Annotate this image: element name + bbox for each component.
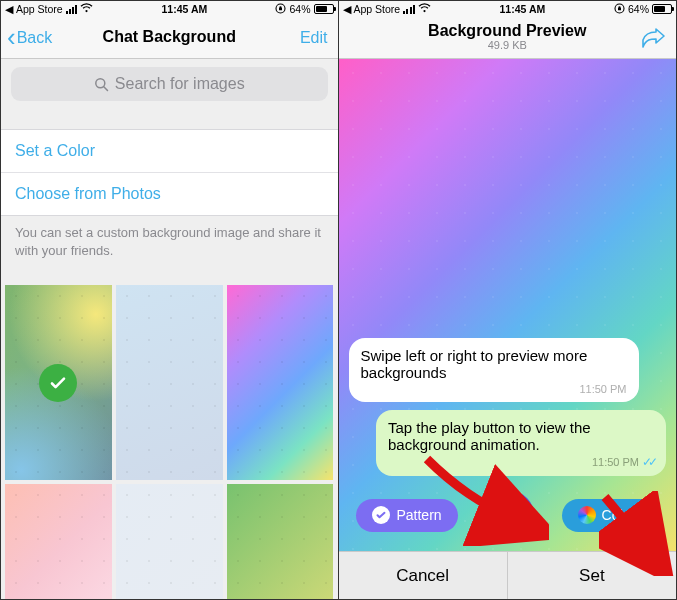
status-time: 11:45 AM bbox=[500, 3, 546, 15]
screen-chat-background: ◀ App Store 11:45 AM 64% ‹ Back Chat Bac… bbox=[0, 0, 339, 600]
checkmark-icon bbox=[39, 364, 77, 402]
row-choose-photos[interactable]: Choose from Photos bbox=[1, 173, 338, 215]
search-placeholder: Search for images bbox=[115, 75, 245, 93]
orientation-lock-icon bbox=[275, 3, 286, 16]
page-title: Chat Background bbox=[103, 29, 236, 46]
message-outgoing: Tap the play button to view the backgrou… bbox=[376, 410, 666, 476]
search-input[interactable]: Search for images bbox=[11, 67, 328, 101]
bg-thumb[interactable] bbox=[116, 484, 223, 600]
status-bar: ◀ App Store 11:45 AM 64% bbox=[339, 1, 677, 17]
bg-thumb[interactable] bbox=[227, 285, 334, 480]
edit-button[interactable]: Edit bbox=[300, 29, 328, 47]
hint-text: You can set a custom background image an… bbox=[1, 216, 338, 259]
message-text: Tap the play button to view the backgrou… bbox=[388, 419, 654, 453]
share-button[interactable] bbox=[640, 28, 666, 48]
page-title: Background Preview bbox=[428, 23, 586, 40]
colors-button[interactable]: Colors bbox=[562, 499, 658, 532]
play-icon bbox=[500, 505, 520, 525]
status-bar: ◀ App Store 11:45 AM 64% bbox=[1, 1, 338, 17]
bottom-bar: Cancel Set bbox=[339, 551, 677, 599]
bg-thumb[interactable] bbox=[227, 484, 334, 600]
svg-line-2 bbox=[104, 86, 108, 90]
read-receipt-icon: ✓✓ bbox=[642, 455, 654, 469]
bg-thumb[interactable] bbox=[116, 285, 223, 480]
bg-thumb[interactable] bbox=[5, 484, 112, 600]
message-time: 11:50 PM bbox=[592, 456, 639, 468]
play-button[interactable] bbox=[486, 491, 534, 539]
colors-label: Colors bbox=[602, 507, 642, 523]
message-text: Swipe left or right to preview more back… bbox=[361, 347, 627, 381]
orientation-lock-icon bbox=[614, 3, 625, 16]
back-to-app-label[interactable]: App Store bbox=[354, 3, 401, 15]
background-grid bbox=[1, 281, 338, 600]
pattern-button[interactable]: Pattern bbox=[356, 499, 457, 532]
back-label: Back bbox=[17, 29, 53, 47]
search-icon bbox=[94, 77, 109, 92]
nav-bar: Background Preview 49.9 KB bbox=[339, 17, 677, 59]
battery-icon bbox=[652, 4, 672, 14]
cancel-button[interactable]: Cancel bbox=[339, 552, 507, 599]
back-to-app-icon[interactable]: ◀ bbox=[343, 3, 351, 15]
share-icon bbox=[640, 28, 666, 48]
back-button[interactable]: ‹ Back bbox=[7, 29, 52, 47]
back-to-app-label[interactable]: App Store bbox=[16, 3, 63, 15]
message-time: 11:50 PM bbox=[579, 383, 626, 395]
page-subtitle: 49.9 KB bbox=[428, 40, 586, 52]
options-list: Set a Color Choose from Photos bbox=[1, 129, 338, 216]
battery-pct: 64% bbox=[628, 3, 649, 15]
wifi-icon bbox=[80, 3, 93, 15]
back-to-app-icon[interactable]: ◀ bbox=[5, 3, 13, 15]
status-time: 11:45 AM bbox=[162, 3, 208, 15]
background-preview-area[interactable]: Swipe left or right to preview more back… bbox=[339, 59, 677, 551]
nav-bar: ‹ Back Chat Background Edit bbox=[1, 17, 338, 59]
color-wheel-icon bbox=[578, 506, 596, 524]
message-incoming: Swipe left or right to preview more back… bbox=[349, 338, 639, 402]
check-circle-icon bbox=[372, 506, 390, 524]
set-button[interactable]: Set bbox=[507, 552, 676, 599]
signal-icon bbox=[66, 5, 78, 14]
screen-background-preview: ◀ App Store 11:45 AM 64% Background Prev… bbox=[339, 0, 678, 600]
battery-pct: 64% bbox=[289, 3, 310, 15]
row-set-color[interactable]: Set a Color bbox=[1, 130, 338, 173]
pattern-label: Pattern bbox=[396, 507, 441, 523]
signal-icon bbox=[403, 5, 415, 14]
battery-icon bbox=[314, 4, 334, 14]
wifi-icon bbox=[418, 3, 431, 15]
bg-thumb-selected[interactable] bbox=[5, 285, 112, 480]
